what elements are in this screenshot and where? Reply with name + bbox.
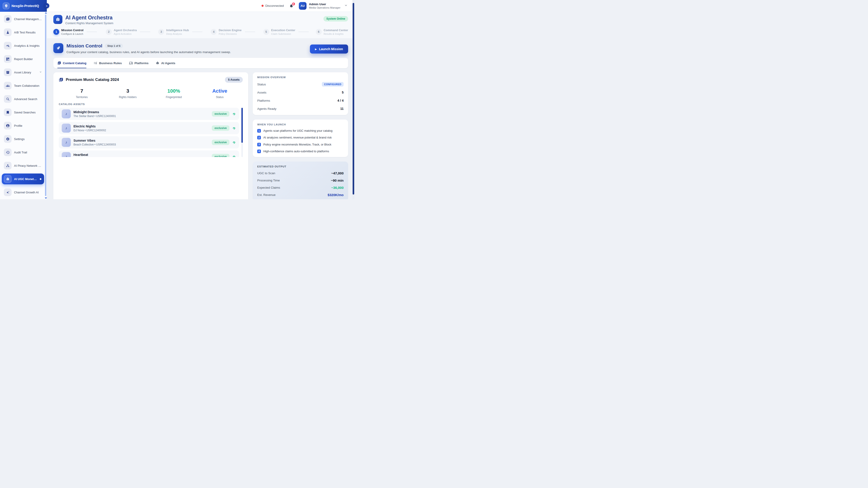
page-scrollbar[interactable] xyxy=(352,0,354,199)
tab-platforms[interactable]: Platforms xyxy=(129,58,149,68)
output-row-est-revenue: Est. Revenue $320K/mo xyxy=(257,193,344,197)
sidebar-scrollbar-thumb[interactable] xyxy=(45,14,46,196)
scroll-down-arrow[interactable] xyxy=(45,197,47,199)
shield-check-icon xyxy=(4,4,8,8)
sidebar-item-label: A/B Test Results xyxy=(14,31,35,34)
sidebar-item-advanced-search[interactable]: Advanced Search xyxy=(2,94,44,104)
page-title: AI Agent Orchestra xyxy=(65,15,113,20)
sidebar-nav: Channel Manageme… A/B Test Results Analy… xyxy=(0,12,47,199)
asset-list-scrollbar[interactable] xyxy=(241,108,243,157)
wizard-stepper: 1 Mission ControlConfigure & Launch 2 Ag… xyxy=(53,29,348,35)
step-number-badge: 2 xyxy=(257,136,261,139)
fingerprint-icon xyxy=(232,140,236,144)
sidebar-item-label: AI UGC Monetiz… xyxy=(14,177,37,181)
overview-row-status: Status CONFIGURED xyxy=(257,82,344,87)
asset-row-heartbeat[interactable]: ♪ Heartbeat exclusive xyxy=(59,151,239,157)
tab-ai-agents[interactable]: AI Agents xyxy=(156,58,176,68)
fingerprint-icon xyxy=(232,126,236,130)
launch-step-2: 2 AI analyzes sentiment, revenue potenti… xyxy=(257,135,344,139)
connection-status: Disconnected xyxy=(261,4,284,7)
brand-shield-logo xyxy=(3,2,9,9)
content-area: Premium Music Catalog 2024 5 Assets 7 Te… xyxy=(47,68,354,199)
asset-row-midnight-dreams[interactable]: ♪ Midnight Dreams The Stellar Band • USR… xyxy=(59,108,239,120)
step-execution-center[interactable]: 5 Execution CenterClaim Submission xyxy=(264,29,296,35)
overview-row-agents-ready: Agents Ready 11 xyxy=(257,106,344,111)
sidebar-item-team-collaboration[interactable]: Team Collaboration xyxy=(2,80,44,91)
connection-status-label: Disconnected xyxy=(266,4,284,7)
notifications-button[interactable]: 6 xyxy=(289,4,293,8)
section-title: Mission Control xyxy=(66,43,102,48)
sidebar-item-audit-trail[interactable]: Audit Trail xyxy=(2,147,44,158)
sidebar-item-analytics-insights[interactable]: Analytics & Insights xyxy=(2,40,44,51)
step-command-center[interactable]: 6 Command CenterResults & Insights xyxy=(316,29,348,35)
sidebar-item-label: Saved Searches xyxy=(14,111,35,114)
sidebar-item-label: Advanced Search xyxy=(14,97,37,101)
stat-status: Active Status xyxy=(197,88,243,99)
overview-row-platforms: Platforms 4 / 4 xyxy=(257,98,344,103)
fingerprint-icon xyxy=(232,155,236,157)
play-icon: ▶ xyxy=(315,48,317,51)
topbar: Disconnected 6 AU Admin User Media Opera… xyxy=(47,0,354,12)
flask-icon xyxy=(4,29,11,36)
launch-mission-button[interactable]: ▶ Launch Mission xyxy=(310,44,348,54)
robot-app-icon xyxy=(53,15,62,24)
output-row-expected-claims: Expected Claims ~36,000 xyxy=(257,186,344,190)
catalog-card: Premium Music Catalog 2024 5 Assets 7 Te… xyxy=(53,72,248,199)
step-number: 1 xyxy=(53,29,59,35)
step-progress-badge: Step 1 of 6 xyxy=(105,43,123,48)
sidebar-item-label: Profile xyxy=(14,124,22,127)
asset-list-scrollbar-thumb[interactable] xyxy=(241,108,243,143)
music-note-icon: ♪ xyxy=(62,109,71,119)
sidebar-scrollbar[interactable] xyxy=(45,12,46,199)
scroll-up-arrow[interactable] xyxy=(45,12,47,13)
music-library-icon xyxy=(57,61,61,65)
sidebar-item-ai-ugc-monetization[interactable]: AI UGC Monetiz… xyxy=(2,173,44,184)
sidebar-item-profile[interactable]: Profile xyxy=(2,120,44,131)
video-library-icon xyxy=(4,15,11,23)
sidebar-item-channel-management[interactable]: Channel Manageme… xyxy=(2,13,44,24)
sidebar-item-channel-growth-ai[interactable]: Channel Growth AI xyxy=(2,187,44,198)
sidebar-item-report-builder[interactable]: Report Builder xyxy=(2,54,44,64)
asset-row-electric-nights[interactable]: ♪ Electric Nights DJ Nova • USRC12400002… xyxy=(59,122,239,134)
robot-icon xyxy=(4,175,11,183)
brand-name: Nexgile-ProtectIQ xyxy=(11,4,39,8)
sidebar-item-label: Report Builder xyxy=(14,57,33,61)
sidebar-item-ab-test-results[interactable]: A/B Test Results xyxy=(2,27,44,38)
profile-icon xyxy=(4,122,11,129)
stat-fingerprinted: 100% Fingerprinted xyxy=(151,88,197,99)
sidebar-header: Nexgile-ProtectIQ « xyxy=(0,0,47,12)
tab-business-rules[interactable]: Business Rules xyxy=(94,58,122,68)
asset-list[interactable]: ♪ Midnight Dreams The Stellar Band • USR… xyxy=(59,108,243,157)
sidebar-item-saved-searches[interactable]: Saved Searches xyxy=(2,107,44,118)
sidebar-item-settings[interactable]: Settings xyxy=(2,133,44,144)
step-number: 2 xyxy=(106,29,112,35)
page-header: AI Agent Orchestra Content Rights Manage… xyxy=(47,12,354,39)
step-intelligence-hub[interactable]: 3 Intelligence HubDeep Analysis xyxy=(158,29,189,35)
main-content: AI Agent Orchestra Content Rights Manage… xyxy=(47,12,354,199)
right-column: MISSION OVERVIEW Status CONFIGURED Asset… xyxy=(253,72,348,199)
devices-icon xyxy=(129,61,133,65)
catalog-stats: 7 Territories 3 Rights Holders 100% Fing… xyxy=(59,88,243,99)
chevron-down-icon xyxy=(343,4,348,8)
page-scrollbar-thumb[interactable] xyxy=(352,3,354,195)
sidebar-item-label: AI Piracy Network D… xyxy=(14,164,42,167)
step-agent-orchestra[interactable]: 2 Agent OrchestraAgent Activation xyxy=(106,29,137,35)
sidebar-item-ai-piracy-network[interactable]: AI Piracy Network D… xyxy=(2,160,44,171)
history-icon xyxy=(4,149,11,156)
sidebar-item-asset-library[interactable]: Asset Library xyxy=(2,67,44,78)
search-icon xyxy=(4,95,11,103)
step-decision-engine[interactable]: 4 Decision EnginePolicy Decisions xyxy=(211,29,241,35)
tab-bar: Content Catalog Business Rules Platforms… xyxy=(53,58,348,68)
step-mission-control[interactable]: 1 Mission ControlConfigure & Launch xyxy=(53,29,84,35)
asset-row-summer-vibes[interactable]: ♪ Summer Vibes Beach Collective • USRC12… xyxy=(59,136,239,149)
user-menu[interactable]: AU Admin User Media Operations Manager xyxy=(299,2,348,10)
music-note-icon: ♪ xyxy=(62,152,71,157)
sidebar-item-label: Settings xyxy=(14,137,25,141)
chevron-down-icon[interactable] xyxy=(39,70,42,74)
step-number-badge: 3 xyxy=(257,143,261,147)
step-number: 3 xyxy=(158,29,164,35)
sidebar-collapse-button[interactable]: « xyxy=(44,3,49,8)
sidebar-item-label: Team Collaboration xyxy=(14,84,39,88)
tab-content-catalog[interactable]: Content Catalog xyxy=(57,58,86,68)
music-note-icon: ♪ xyxy=(62,138,71,147)
